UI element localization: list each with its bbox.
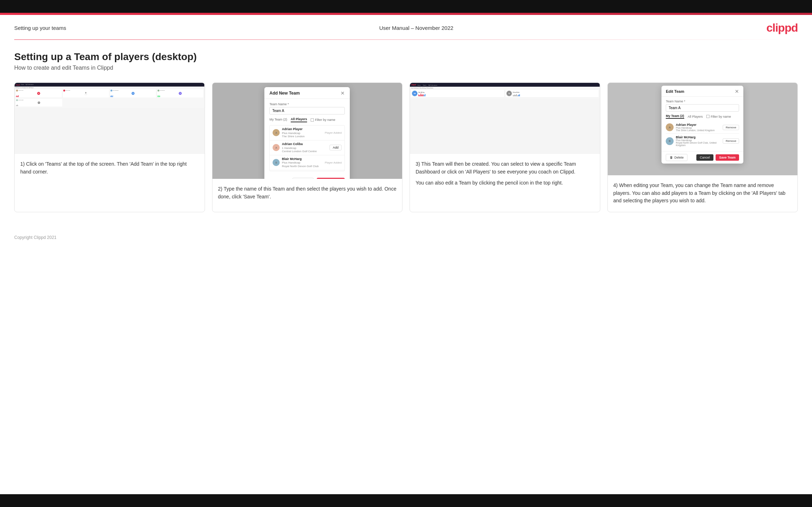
edit-player-name-1: Adrian Player bbox=[676, 123, 715, 127]
ss3-bars-area-2: Richard Butler bbox=[513, 91, 598, 96]
edit-player-name-2: Blair McHarg bbox=[676, 135, 723, 139]
edit-footer-right: Cancel Save Team bbox=[696, 154, 739, 161]
tab-all-players[interactable]: All Players bbox=[291, 117, 307, 122]
edit-tab-filter: Filter by name bbox=[706, 115, 731, 118]
remove-player-btn-1[interactable]: Remove bbox=[723, 125, 739, 130]
ss1-bars-3 bbox=[110, 95, 155, 97]
save-team-button[interactable]: Save Team bbox=[317, 178, 345, 179]
edit-tab-all-players[interactable]: All Players bbox=[688, 115, 703, 118]
bar bbox=[418, 95, 419, 96]
ss3-card-2: 72 Richard Butler bbox=[505, 90, 599, 97]
player-avatar-3: B bbox=[273, 159, 280, 166]
player-loc-1: The Shire London bbox=[282, 135, 305, 138]
header: Setting up your teams User Manual – Nove… bbox=[0, 15, 812, 39]
delete-team-button[interactable]: 🗑 Delete bbox=[666, 154, 687, 161]
ss1-status-2: Pending bbox=[63, 94, 109, 95]
edit-save-team-button[interactable]: Save Team bbox=[716, 154, 739, 161]
ss1-score-3: 94 bbox=[132, 92, 135, 95]
edit-player-row-1: A Adrian Player Plus Handicap The Shire … bbox=[666, 121, 739, 134]
edit-player-loc-1: The Shire London, United Kingdom bbox=[676, 129, 715, 132]
bar bbox=[425, 94, 426, 96]
tab-my-team[interactable]: My Team (2) bbox=[269, 118, 287, 122]
modal-footer: Cancel Save Team bbox=[264, 175, 350, 179]
card-3-text: 3) This Team will then be created. You c… bbox=[410, 154, 600, 212]
remove-player-btn-2[interactable]: Remove bbox=[723, 138, 739, 144]
card-4: Edit Team ✕ Team Name * My Team (2) All … bbox=[607, 82, 798, 212]
edit-player-details-1: Adrian Player Plus Handicap The Shire Lo… bbox=[676, 123, 715, 132]
ss1-topbar: clippd Home My Performance bbox=[15, 83, 204, 87]
player-info-2: A Adrian Coliba 1 Handicap Central Londo… bbox=[273, 142, 317, 153]
filter-checkbox bbox=[311, 118, 314, 122]
card-3-description-2: You can also edit a Team by clicking the… bbox=[416, 179, 594, 187]
edit-player-avatar-1: A bbox=[666, 123, 674, 131]
ss1-name-2: Blair Mcnarg bbox=[65, 90, 70, 91]
bar bbox=[422, 95, 422, 96]
card-4-screenshot: Edit Team ✕ Team Name * My Team (2) All … bbox=[608, 83, 798, 175]
ss1-header: Showing 5 out of 8 players from: All Pla… bbox=[15, 87, 204, 89]
ss1-name-5: Richard Butler bbox=[19, 100, 23, 101]
ss3-score-2: 72 bbox=[506, 91, 512, 96]
card-3-description-1: 3) This Team will then be created. You c… bbox=[416, 160, 594, 176]
logo: clippd bbox=[766, 21, 798, 34]
bar bbox=[112, 95, 113, 97]
ss3-nav-performance: My Performance bbox=[428, 85, 437, 86]
edit-cancel-button[interactable]: Cancel bbox=[696, 154, 713, 161]
bar bbox=[517, 95, 518, 96]
player-info-1: A Adrian Player Plus Handicap The Shire … bbox=[273, 127, 305, 138]
ss3-brand: clippd bbox=[411, 84, 416, 86]
trash-icon: 🗑 bbox=[670, 156, 673, 159]
ss3-topbar: clippd Home Teams My Performance bbox=[410, 83, 600, 87]
ss1-avatar-1: A bbox=[16, 90, 18, 91]
edit-player-club-1: Plus Handicap bbox=[676, 127, 715, 129]
card-3: clippd Home Teams My Performance Team Da… bbox=[410, 82, 600, 212]
edit-player-info-2: B Blair McHarg Plus Handicap Royal North… bbox=[666, 135, 723, 146]
modal-close-icon[interactable]: ✕ bbox=[341, 91, 345, 96]
edit-tab-my-team[interactable]: My Team (2) bbox=[666, 114, 684, 119]
ss1-avatar-5: R bbox=[16, 99, 18, 101]
page-title: Setting up a Team of players (desktop) bbox=[14, 51, 798, 63]
bar bbox=[514, 95, 515, 96]
bar bbox=[516, 94, 517, 96]
team-dashboard-preview: clippd Home Teams My Performance Team Da… bbox=[410, 83, 600, 98]
ss1-player-card-2: A Blair Mcnarg 0 Pending bbox=[63, 89, 109, 98]
add-team-modal: Add New Team ✕ Team Name * My Team (2) A… bbox=[264, 87, 350, 179]
ss3-name-2: Richard Butler bbox=[513, 92, 598, 93]
player-row-3: B Blair McHarg Plus Handicap Royal North… bbox=[270, 155, 344, 170]
ss1-bars-5 bbox=[16, 104, 62, 106]
cards-row: clippd Home My Performance Showing 5 out… bbox=[14, 82, 798, 212]
bar bbox=[424, 95, 425, 96]
edit-modal-close-icon[interactable]: ✕ bbox=[735, 89, 739, 94]
ss1-score-1: 84 bbox=[37, 92, 40, 95]
edit-modal-footer: 🗑 Delete Cancel Save Team bbox=[661, 151, 743, 164]
add-player-btn-2[interactable]: Add bbox=[329, 145, 342, 150]
player-row-1: A Adrian Player Plus Handicap The Shire … bbox=[270, 126, 344, 140]
main-content: Setting up a Team of players (desktop) H… bbox=[0, 40, 812, 229]
player-club-2: 1 Handicap bbox=[282, 146, 317, 150]
cancel-button[interactable]: Cancel bbox=[292, 178, 314, 179]
edit-modal-tabs: My Team (2) All Players Filter by name bbox=[666, 114, 739, 119]
team-name-label: Team Name * bbox=[269, 102, 345, 106]
ss1-avatar-3: D bbox=[110, 90, 112, 91]
bottom-bar bbox=[0, 494, 812, 507]
card-2-description: 2) Type the name of this Team and then s… bbox=[218, 185, 397, 201]
bar bbox=[515, 95, 516, 96]
player-row-4: D Dave Billingham 5.5 Handicap The Dog M… bbox=[270, 170, 344, 171]
modal-body: Team Name * My Team (2) All Players Filt… bbox=[264, 99, 350, 175]
ss1-player-cards: A Adrian Collins 84 bbox=[15, 89, 204, 98]
ss3-nav-home: Home bbox=[417, 85, 421, 86]
player-status-3: Player Added bbox=[325, 161, 342, 164]
edit-player-loc-2: Royal North Devon Golf Club, United King… bbox=[676, 142, 723, 146]
ss1-bottom-card: R Richard Butler 72 bbox=[15, 98, 62, 107]
header-manual-label: User Manual – November 2022 bbox=[379, 25, 453, 31]
ss3-nav: Home Teams My Performance bbox=[417, 84, 439, 86]
edit-team-name-input[interactable] bbox=[666, 104, 739, 112]
edit-modal-header: Edit Team ✕ bbox=[661, 86, 743, 97]
edit-player-details-2: Blair McHarg Plus Handicap Royal North D… bbox=[676, 135, 723, 146]
edit-team-modal: Edit Team ✕ Team Name * My Team (2) All … bbox=[661, 86, 743, 164]
player-details-2: Adrian Coliba 1 Handicap Central London … bbox=[282, 142, 317, 153]
bar bbox=[519, 94, 520, 96]
modal-tabs: My Team (2) All Players Filter by name bbox=[269, 117, 345, 122]
team-name-input[interactable] bbox=[269, 107, 345, 114]
card-3-screenshot: clippd Home Teams My Performance Team Da… bbox=[410, 83, 600, 154]
tab-filter[interactable]: Filter by name bbox=[311, 118, 335, 122]
